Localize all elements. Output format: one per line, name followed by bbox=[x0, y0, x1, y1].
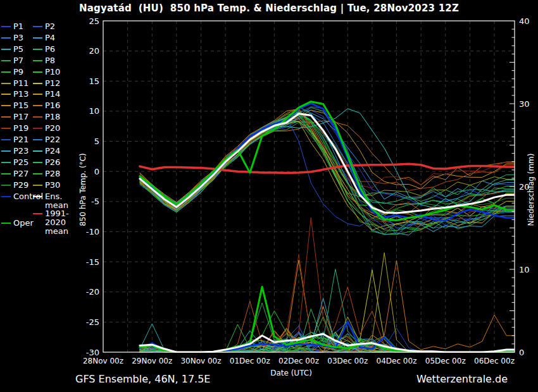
svg-text:20: 20 bbox=[89, 46, 99, 56]
svg-text:03Dec 00z: 03Dec 00z bbox=[327, 357, 368, 365]
svg-text:-20: -20 bbox=[86, 287, 99, 297]
svg-text:10: 10 bbox=[519, 265, 530, 274]
svg-text:29Nov 00z: 29Nov 00z bbox=[132, 357, 172, 365]
svg-text:40: 40 bbox=[519, 16, 530, 26]
svg-text:02Dec 00z: 02Dec 00z bbox=[278, 357, 319, 365]
site-credit-text: Wetterzentrale.de bbox=[416, 373, 508, 385]
main-curves bbox=[140, 102, 516, 352]
svg-text:05Dec 00z: 05Dec 00z bbox=[425, 357, 466, 365]
svg-text:-15: -15 bbox=[86, 257, 99, 267]
svg-text:30Nov 00z: 30Nov 00z bbox=[180, 357, 221, 365]
left-axis-label: 850 hPa Temp. (°C) bbox=[78, 153, 87, 226]
svg-text:-10: -10 bbox=[86, 227, 99, 236]
weather-chart-page: Nagyatád (HU) 850 hPa Temp. & Niederschl… bbox=[0, 0, 538, 392]
member-temp-curves bbox=[140, 107, 516, 235]
svg-text:0: 0 bbox=[94, 167, 99, 176]
svg-text:5: 5 bbox=[94, 137, 99, 146]
svg-text:25: 25 bbox=[89, 16, 99, 26]
svg-text:-25: -25 bbox=[86, 317, 99, 327]
svg-text:-30: -30 bbox=[86, 348, 99, 357]
svg-text:0: 0 bbox=[519, 348, 524, 357]
svg-text:01Dec 00z: 01Dec 00z bbox=[230, 357, 270, 365]
grid-lines bbox=[103, 21, 515, 352]
model-info-text: GFS Ensemble, 46N, 17.5E bbox=[75, 373, 210, 385]
svg-text:28Nov 00z: 28Nov 00z bbox=[83, 357, 123, 365]
svg-text:30: 30 bbox=[519, 99, 530, 109]
svg-text:-5: -5 bbox=[91, 197, 99, 206]
svg-text:10: 10 bbox=[89, 106, 99, 116]
svg-text:04Dec 00z: 04Dec 00z bbox=[377, 357, 417, 365]
x-axis-title: Date (UTC) bbox=[209, 369, 373, 377]
axes-frame bbox=[103, 21, 515, 352]
member-precip-curves bbox=[140, 217, 516, 352]
right-axis-label: Niederschlag (mm) bbox=[527, 154, 535, 226]
svg-text:06Dec 00z: 06Dec 00z bbox=[474, 357, 515, 365]
svg-text:15: 15 bbox=[89, 77, 99, 86]
